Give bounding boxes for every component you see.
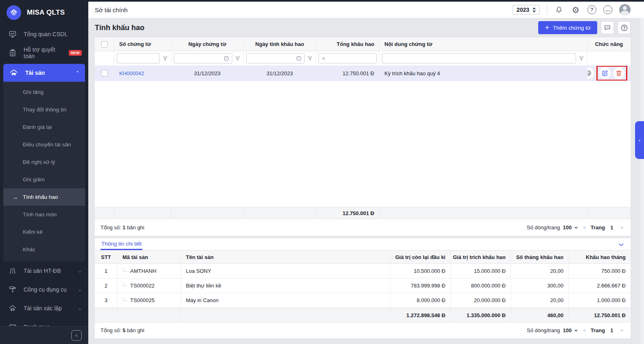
clipboard-icon — [8, 48, 17, 57]
voucher-number-link[interactable]: KH000042 — [119, 70, 144, 76]
sidebar-item-ghi-tang[interactable]: Ghi tăng — [3, 83, 85, 101]
chat-icon — [604, 24, 611, 31]
detail-row[interactable]: 3 TS000025 Máy in Canon 8.000.000 Đ 20.0… — [95, 293, 631, 308]
depreciation-months: 20,00 — [511, 264, 569, 278]
detail-row[interactable]: 2 TS000022 Biệt thự liền kề 783.999.998 … — [95, 279, 631, 293]
sidebar-item-tinh-hao-mon[interactable]: Tính hao mòn — [3, 206, 85, 223]
sidebar-item-cong-cu-dung-cu[interactable]: Công cụ dụng cụ ⌄ — [0, 280, 88, 299]
gear-icon[interactable]: ⚙ — [571, 5, 581, 15]
prev-page-button[interactable]: < — [581, 327, 588, 333]
filter-total-input[interactable]: = — [319, 53, 377, 63]
avatar[interactable] — [619, 4, 631, 15]
filter-total-text[interactable] — [328, 55, 374, 61]
calendar-icon[interactable] — [296, 55, 302, 61]
filter-doc-no-text[interactable] — [120, 55, 157, 61]
brand-name: MISA QLTS — [27, 9, 65, 17]
sidebar-item-ghi-giam[interactable]: Ghi giảm — [3, 171, 85, 188]
filter-funnel-icon[interactable] — [307, 55, 313, 62]
prev-page-button[interactable]: < — [581, 224, 588, 231]
equals-operator[interactable]: = — [321, 56, 326, 61]
sidebar-collapse-button[interactable]: ‹ — [71, 330, 82, 341]
calendar-icon[interactable] — [223, 55, 229, 61]
filter-funnel-icon[interactable] — [234, 55, 241, 62]
col-chuc-nang: Chức năng — [587, 37, 631, 51]
col-ngay-chung-tu[interactable]: Ngày chứng từ — [171, 37, 244, 51]
filter-funnel-icon[interactable] — [578, 55, 585, 62]
next-page-button[interactable]: > — [618, 327, 625, 333]
select-all-checkbox[interactable] — [101, 41, 108, 48]
scrollbar-track[interactable] — [640, 18, 644, 344]
col-noi-dung-chung-tu[interactable]: Nội dung chứng từ — [380, 37, 587, 51]
brand-logo[interactable]: MISA QLTS — [0, 0, 88, 25]
filter-doc-date-input[interactable] — [174, 53, 232, 63]
sidebar-item-tinh-khau-hao[interactable]: → Tính khấu hao — [3, 188, 85, 206]
filter-doc-no-input[interactable] — [117, 53, 160, 63]
filter-doc-date-text[interactable] — [177, 55, 221, 61]
col-ma-tai-san[interactable]: Mã tài sản — [118, 250, 181, 263]
detail-stt: 3 — [95, 293, 118, 307]
rows-per-page-select[interactable]: 100 — [563, 224, 579, 231]
sidebar-item-tong-quan-csdl[interactable]: Tổng quan CSDL — [0, 25, 88, 44]
voucher-date: 31/12/2023 — [171, 66, 244, 81]
bell-icon[interactable] — [554, 5, 564, 15]
add-voucher-button[interactable]: + Thêm chứng từ — [538, 21, 597, 34]
sidebar-item-dieu-chuyen-tai-san[interactable]: Điều chuyển tài sản — [3, 136, 85, 153]
col-so-chung-tu[interactable]: Số chứng từ — [114, 37, 171, 51]
sidebar-item-de-nghi-xu-ly[interactable]: Đề nghị xử lý — [3, 153, 85, 171]
col-ngay-tinh-khau-hao[interactable]: Ngày tính khấu hao — [244, 37, 316, 51]
help-circle-icon — [620, 24, 628, 32]
sidebar-item-tai-san-xac-lap[interactable]: Tài sản xác lập ⌄ — [0, 299, 88, 318]
printer-icon — [587, 70, 592, 77]
delete-button[interactable] — [613, 67, 624, 79]
sub-item-label: Đề nghị xử lý — [23, 159, 55, 165]
page-number[interactable]: 1 — [608, 224, 616, 231]
side-panel-toggle[interactable]: ‹ — [635, 121, 644, 159]
edit-button[interactable] — [599, 67, 611, 79]
filter-funnel-icon[interactable] — [162, 55, 168, 62]
col-stt[interactable]: STT — [95, 250, 118, 263]
help-icon[interactable]: ? — [587, 5, 596, 14]
depreciation-months: 20,00 — [511, 293, 569, 307]
sidebar-item-tai-san-ht-db[interactable]: Tài sản HT-ĐB ⌄ — [0, 261, 88, 280]
voucher-row[interactable]: KH000042 31/12/2023 31/12/2023 12.750.00… — [95, 66, 631, 81]
record-count-label: Tổng số: — [100, 224, 121, 231]
sidebar-item-tai-san[interactable]: Tài sản ⌃ — [3, 64, 85, 82]
col-gia-tri-con-lai[interactable]: Giá trị còn lại đầu kì — [391, 250, 451, 263]
row-checkbox[interactable] — [101, 70, 108, 76]
sidebar: MISA QLTS Tổng quan CSDL Hỗ trợ quyế — [0, 0, 88, 344]
rows-per-page-select[interactable]: 100 — [563, 327, 579, 333]
more-options-icon[interactable]: … — [603, 5, 612, 14]
sidebar-item-thay-doi-thong-tin[interactable]: Thay đổi thông tin — [3, 101, 85, 118]
print-button[interactable] — [587, 67, 594, 79]
sidebar-item-khac[interactable]: Khác — [3, 241, 85, 258]
spinner-arrows-icon[interactable] — [533, 7, 536, 13]
tree-branch-icon — [123, 268, 127, 272]
divider — [547, 5, 547, 14]
depreciation-date: 31/12/2023 — [244, 66, 316, 81]
page-help-button[interactable] — [618, 21, 631, 34]
detail-row[interactable]: 1 AMTHANH Loa SONY 10.500.000 Đ 15.000.0… — [95, 264, 631, 279]
sub-item-label: Điều chuyển tài sản — [23, 142, 71, 148]
sidebar-item-danh-gia-lai[interactable]: Đánh giá lại — [3, 118, 85, 136]
filter-dep-date-text[interactable] — [249, 55, 293, 61]
asset-house-car-icon — [9, 68, 19, 78]
next-page-button[interactable]: > — [618, 224, 625, 231]
filter-description-text[interactable] — [385, 55, 573, 61]
col-ten-tai-san[interactable]: Tên tài sản — [181, 250, 391, 263]
col-tong-khau-hao[interactable]: Tổng khấu hao — [316, 37, 380, 51]
col-so-thang-khau-hao[interactable]: Số tháng khấu hao — [511, 250, 569, 263]
col-khau-hao-thang[interactable]: Khấu hao tháng — [569, 250, 631, 263]
chevron-down-icon — [618, 241, 625, 248]
col-gia-tri-trich-khau-hao[interactable]: Giá trị trích khấu hao — [451, 250, 511, 263]
sidebar-item-ho-tro-quyet-toan[interactable]: Hỗ trợ quyết toán NEW — [0, 44, 88, 62]
filter-description-input[interactable] — [382, 53, 576, 63]
page-title: Tính khấu hao — [95, 24, 144, 32]
sidebar-item-kiem-ke[interactable]: Kiểm kê — [3, 223, 85, 241]
collapse-panel-button[interactable] — [618, 241, 625, 250]
year-selector[interactable]: 2023 — [513, 5, 540, 15]
record-count-value: 1 — [122, 224, 125, 231]
page-number[interactable]: 1 — [608, 327, 616, 333]
tab-thong-tin-chi-tiet[interactable]: Thông tin chi tiết — [100, 238, 142, 250]
feedback-button[interactable] — [601, 21, 614, 34]
filter-dep-date-input[interactable] — [246, 53, 305, 63]
